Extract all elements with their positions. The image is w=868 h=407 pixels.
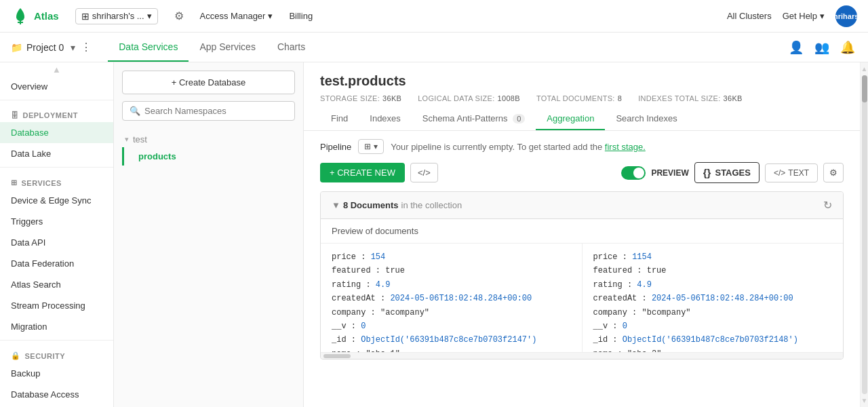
sidebar-item-overview[interactable]: Overview bbox=[0, 76, 113, 97]
tab-indexes[interactable]: Indexes bbox=[359, 108, 412, 130]
people-icon[interactable]: 👥 bbox=[812, 38, 831, 57]
sidebar-item-data-lake[interactable]: Data Lake bbox=[0, 143, 113, 164]
docs-grid: price : 154 featured : true rating : 4.9… bbox=[321, 244, 843, 352]
sidebar-item-database-access[interactable]: Database Access bbox=[0, 384, 113, 405]
schema-badge: 0 bbox=[513, 114, 525, 123]
doc1-name: name : "abc-1" bbox=[332, 347, 571, 352]
doc1-rating: rating : 4.9 bbox=[332, 278, 571, 292]
access-manager-menu[interactable]: Access Manager ▾ bbox=[200, 11, 273, 21]
pipeline-area: Pipeline ⊞ ▾ Your pipeline is currently … bbox=[304, 131, 860, 407]
tab-charts[interactable]: Charts bbox=[267, 33, 316, 62]
first-stage-link[interactable]: first stage. bbox=[605, 142, 646, 152]
tab-schema[interactable]: Schema Anti-Patterns 0 bbox=[412, 108, 536, 130]
doc1-id: _id : ObjectId('66391b487c8ce7b0703f2147… bbox=[332, 333, 571, 347]
doc1-createdat: createdAt : 2024-05-06T18:02:48.284+00:0… bbox=[332, 292, 571, 305]
project-chevron-icon: ▾ bbox=[71, 42, 75, 53]
sidebar-item-device-sync[interactable]: Device & Edge Sync bbox=[0, 190, 113, 211]
settings-icon[interactable]: ⚙ bbox=[174, 9, 184, 22]
tab-data-services[interactable]: Data Services bbox=[108, 33, 189, 62]
sidebar-item-triggers[interactable]: Triggers bbox=[0, 211, 113, 232]
sidebar-item-backup[interactable]: Backup bbox=[0, 363, 113, 384]
meta-indexes-size: INDEXES TOTAL SIZE: 36KB bbox=[638, 94, 743, 102]
org-selector[interactable]: ⊞ shriharsh's ... ▾ bbox=[75, 8, 158, 24]
code-editor-button[interactable]: </> bbox=[410, 163, 438, 182]
pipeline-actions: + CREATE NEW </> PREVIEW {} STAGES </> bbox=[320, 162, 844, 183]
text-code-icon: </> bbox=[774, 168, 785, 178]
sidebar-item-atlas-search[interactable]: Atlas Search bbox=[0, 274, 113, 295]
get-help-menu[interactable]: Get Help ▾ bbox=[783, 11, 825, 21]
sidebar-section-security: 🔒 SECURITY bbox=[0, 343, 113, 363]
create-new-button[interactable]: + CREATE NEW bbox=[320, 163, 405, 182]
sidebar-item-stream-processing[interactable]: Stream Processing bbox=[0, 295, 113, 316]
sidebar-item-data-federation[interactable]: Data Federation bbox=[0, 253, 113, 274]
sidebar-item-data-api[interactable]: Data API bbox=[0, 232, 113, 253]
meta-logical-size: LOGICAL DATA SIZE: 1008B bbox=[418, 94, 520, 102]
sidebar-item-database[interactable]: Database bbox=[0, 122, 113, 143]
sidebar-item-migration[interactable]: Migration bbox=[0, 316, 113, 337]
search-namespaces-input[interactable] bbox=[144, 106, 288, 116]
notification-area: shriharsh ▾ bbox=[835, 5, 857, 27]
pipeline-source-icon[interactable]: ⊞ ▾ bbox=[358, 139, 384, 154]
all-clusters-button[interactable]: All Clusters bbox=[727, 11, 772, 21]
org-chevron-icon: ▾ bbox=[147, 11, 152, 21]
main-content: test.products STORAGE SIZE: 36KB LOGICAL… bbox=[304, 62, 860, 407]
refresh-icon[interactable]: ↻ bbox=[823, 199, 832, 212]
project-more-options[interactable]: ⋮ bbox=[81, 41, 92, 54]
tab-find[interactable]: Find bbox=[320, 108, 359, 130]
project-selector[interactable]: 📁 Project 0 ▾ bbox=[11, 42, 75, 53]
right-scrollbar: ▲ ▼ bbox=[860, 62, 868, 407]
security-icon: 🔒 bbox=[11, 351, 21, 360]
tab-app-services[interactable]: App Services bbox=[189, 33, 266, 62]
stages-brace-icon: {} bbox=[703, 167, 711, 178]
doc1-price: price : 154 bbox=[332, 250, 571, 264]
meta-total-docs: TOTAL DOCUMENTS: 8 bbox=[536, 94, 622, 102]
bell-icon[interactable]: 🔔 bbox=[838, 38, 857, 57]
doc2-v: __v : 0 bbox=[593, 319, 833, 333]
scroll-bottom-icon[interactable]: ▼ bbox=[861, 397, 868, 404]
scroll-thumb bbox=[862, 75, 867, 102]
scroll-top-icon[interactable]: ▲ bbox=[861, 65, 868, 73]
tab-aggregation[interactable]: Aggregation bbox=[536, 108, 605, 130]
text-button[interactable]: </> TEXT bbox=[765, 163, 818, 182]
doc1-v: __v : 0 bbox=[332, 319, 571, 333]
create-database-button[interactable]: + Create Database bbox=[122, 71, 295, 94]
help-chevron-icon: ▾ bbox=[820, 11, 825, 21]
scroll-track bbox=[862, 75, 867, 394]
doc2-createdat: createdAt : 2024-05-06T18:02:48.284+00:0… bbox=[593, 292, 833, 305]
preview-toggle-group: PREVIEW bbox=[621, 166, 688, 180]
document-card-2: price : 1154 featured : true rating : 4.… bbox=[583, 244, 844, 352]
billing-link[interactable]: Billing bbox=[289, 11, 313, 21]
search-namespaces-box[interactable]: 🔍 bbox=[122, 101, 295, 121]
topnav-right-section: All Clusters Get Help ▾ shriharsh ▾ bbox=[727, 5, 857, 27]
hscroll-thumb bbox=[323, 354, 351, 358]
collection-item-products[interactable]: products bbox=[122, 147, 295, 166]
collection-meta: STORAGE SIZE: 36KB LOGICAL DATA SIZE: 10… bbox=[320, 94, 844, 102]
tab-search-indexes[interactable]: Search Indexes bbox=[605, 108, 688, 130]
preview-toggle[interactable] bbox=[621, 166, 646, 180]
stages-button[interactable]: {} STAGES bbox=[694, 162, 760, 183]
content-header: test.products STORAGE SIZE: 36KB LOGICAL… bbox=[304, 62, 860, 131]
database-name-test[interactable]: ▾ test bbox=[122, 132, 295, 147]
docs-count-label: 8 Documents bbox=[343, 200, 399, 210]
atlas-logo[interactable]: Atlas bbox=[11, 7, 59, 26]
pipeline-bar: Pipeline ⊞ ▾ Your pipeline is currently … bbox=[320, 139, 844, 154]
sidebar: ▲ Overview 🗄 DEPLOYMENT Database Data La… bbox=[0, 62, 114, 407]
main-layout: ▲ Overview 🗄 DEPLOYMENT Database Data La… bbox=[0, 62, 868, 407]
docs-horizontal-scroll[interactable] bbox=[321, 352, 843, 359]
content-tabs: Find Indexes Schema Anti-Patterns 0 Aggr… bbox=[320, 108, 844, 130]
user-avatar[interactable]: shriharsh ▾ bbox=[835, 5, 857, 27]
pipeline-label: Pipeline bbox=[320, 142, 351, 152]
db-chevron-icon: ▾ bbox=[125, 135, 129, 144]
preview-label: PREVIEW bbox=[651, 168, 688, 178]
docs-subtitle: in the collection bbox=[401, 200, 462, 210]
gear-icon: ⚙ bbox=[829, 168, 837, 178]
person-icon[interactable]: 👤 bbox=[787, 38, 806, 57]
pipeline-settings-button[interactable]: ⚙ bbox=[823, 163, 844, 182]
doc2-id: _id : ObjectId('66391b487c8ce7b0703f2148… bbox=[593, 333, 833, 347]
meta-storage-size: STORAGE SIZE: 36KB bbox=[320, 94, 401, 102]
docs-header[interactable]: ▼ 8 Documents in the collection ↻ bbox=[321, 192, 843, 219]
documents-section: ▼ 8 Documents in the collection ↻ Previe… bbox=[320, 191, 844, 360]
doc2-price: price : 1154 bbox=[593, 250, 833, 264]
doc2-name: name : "abc-2" bbox=[593, 347, 833, 352]
pipeline-empty-message: Your pipeline is currently empty. To get… bbox=[391, 142, 646, 152]
